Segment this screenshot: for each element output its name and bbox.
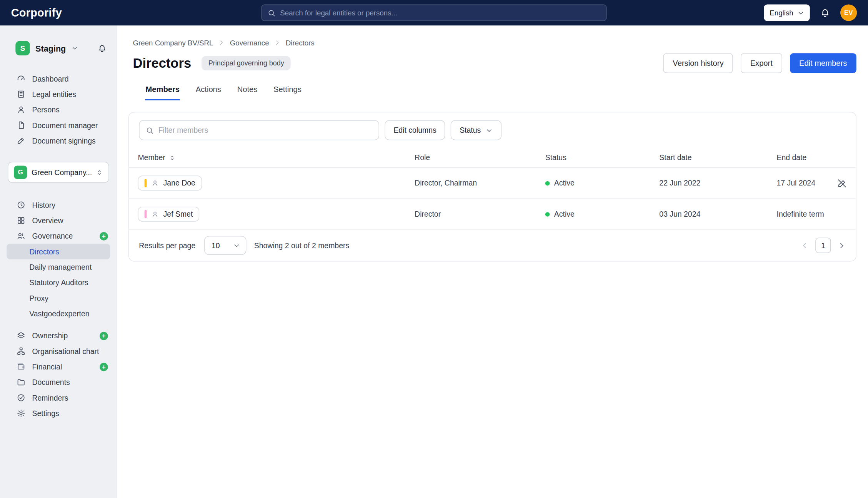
sidebar-item-document-manager[interactable]: Document manager [0,117,117,133]
member-chip[interactable]: Jane Doe [138,175,202,191]
sidebar-item-label: Dashboard [32,75,68,83]
member-accent-bar [145,210,147,219]
pen-off-icon [837,178,847,188]
results-per-page-label: Results per page [139,241,195,250]
sidebar-item-reminders[interactable]: Reminders [0,390,117,405]
company-avatar: G [14,165,27,179]
sidebar-item-label: Document signings [32,137,95,145]
language-label: English [770,8,793,17]
global-search-input[interactable] [280,8,600,17]
person-icon [151,210,159,218]
sidebar-item-governance[interactable]: Governance + [0,228,117,244]
title-row: Directors Principal governing body Versi… [133,53,856,73]
check-circle-icon [17,393,25,402]
end-date-cell: Indefinite term [776,210,831,219]
sidebar-item-legal-entities[interactable]: Legal entities [0,87,117,102]
company-selector[interactable]: G Green Company... [8,162,109,183]
column-header-label: Member [138,154,165,162]
sidebar-subitem-proxy[interactable]: Proxy [0,290,117,306]
member-name: Jef Smet [163,210,193,219]
tab-notes[interactable]: Notes [237,85,258,100]
language-select[interactable]: English [764,5,810,21]
sidebar-item-settings[interactable]: Settings [0,406,117,421]
sidebar-item-financial[interactable]: Financial + [0,359,117,374]
sidebar-item-persons[interactable]: Persons [0,102,117,117]
breadcrumb-governance[interactable]: Governance [230,38,269,47]
export-button[interactable]: Export [741,53,782,73]
search-icon [146,126,154,134]
page-title: Directors [133,55,191,71]
previous-page-button[interactable] [800,241,809,250]
chevron-down-icon [485,127,493,134]
main-content: Green Company BV/SRL Governance Director… [117,25,868,498]
tab-actions[interactable]: Actions [195,85,222,100]
sidebar-subitem-daily-management[interactable]: Daily management [0,259,117,275]
folder-icon [17,378,25,387]
app: Corporify English EV S Staging [0,0,868,498]
member-accent-bar [145,179,147,187]
sidebar-notifications-button[interactable] [97,43,107,53]
notifications-button[interactable] [820,7,830,18]
app-body: S Staging Dashboard Legal entities [0,25,868,498]
nav-spacer [0,321,117,328]
column-header-member[interactable]: Member [138,154,415,162]
member-chip[interactable]: Jef Smet [138,207,199,222]
version-history-button[interactable]: Version history [663,53,733,73]
status-filter-dropdown[interactable]: Status [451,120,501,140]
page-number[interactable]: 1 [815,238,831,253]
sidebar-item-organisational-chart[interactable]: Organisational chart [0,343,117,359]
workspace-avatar: S [15,41,30,55]
chevron-down-icon [797,9,805,17]
filter-members-input[interactable] [158,126,373,134]
tab-settings[interactable]: Settings [273,85,302,100]
table-row[interactable]: Jef Smet Director Active 03 Jun 2024 Ind… [129,199,856,230]
showing-count: Showing 2 out of 2 members [254,241,349,250]
members-table: Member Role Status Start date End date [129,148,856,230]
gear-icon [17,409,25,418]
sidebar-item-overview[interactable]: Overview [0,213,117,228]
edit-columns-button[interactable]: Edit columns [385,120,445,140]
sidebar-item-label: Reminders [32,394,68,402]
topbar: Corporify English EV [0,0,868,25]
sidebar-item-label: Document manager [32,121,98,130]
person-icon [17,105,25,114]
gauge-icon [17,74,25,83]
results-per-page-select[interactable]: 10 [204,236,246,255]
breadcrumb-company[interactable]: Green Company BV/SRL [133,38,213,47]
add-governance-body-button[interactable]: + [100,232,108,240]
sidebar-item-label: History [32,201,55,209]
per-page-value: 10 [212,241,220,250]
sidebar-item-ownership[interactable]: Ownership + [0,328,117,343]
column-header-end-date: End date [776,154,831,162]
governing-body-badge: Principal governing body [202,56,291,70]
sidebar-item-label: Documents [32,378,70,386]
chevron-down-icon [72,45,78,52]
table-header-row: Member Role Status Start date End date [129,148,856,168]
add-ownership-button[interactable]: + [100,331,108,340]
sidebar-item-documents[interactable]: Documents [0,374,117,390]
add-financial-button[interactable]: + [100,363,108,371]
sort-icon [168,154,175,161]
sidebar-item-document-signings[interactable]: Document signings [0,133,117,148]
signature-off-button[interactable] [837,178,847,188]
status-badge: Active [554,210,575,219]
sidebar-item-dashboard[interactable]: Dashboard [0,71,117,86]
chevron-left-icon [800,241,809,250]
tab-members[interactable]: Members [145,85,180,100]
app-logo: Corporify [11,7,62,19]
sidebar-subitem-vastgoedexperten[interactable]: Vastgoedexperten [0,306,117,321]
person-icon [151,179,159,187]
edit-members-button[interactable]: Edit members [790,53,856,73]
column-header-status: Status [545,154,660,162]
user-avatar[interactable]: EV [840,5,857,21]
table-row[interactable]: Jane Doe Director, Chairman Active 22 Ju… [129,168,856,199]
org-chart-icon [17,347,25,356]
sidebar-subitem-directors[interactable]: Directors [7,244,110,259]
people-icon [17,232,25,241]
status-dot [545,181,550,185]
search-icon [267,8,276,17]
sidebar-item-history[interactable]: History [0,197,117,212]
workspace-switcher[interactable]: S Staging [0,40,117,57]
sidebar-subitem-statutory-auditors[interactable]: Statutory Auditors [0,275,117,290]
next-page-button[interactable] [838,241,846,250]
